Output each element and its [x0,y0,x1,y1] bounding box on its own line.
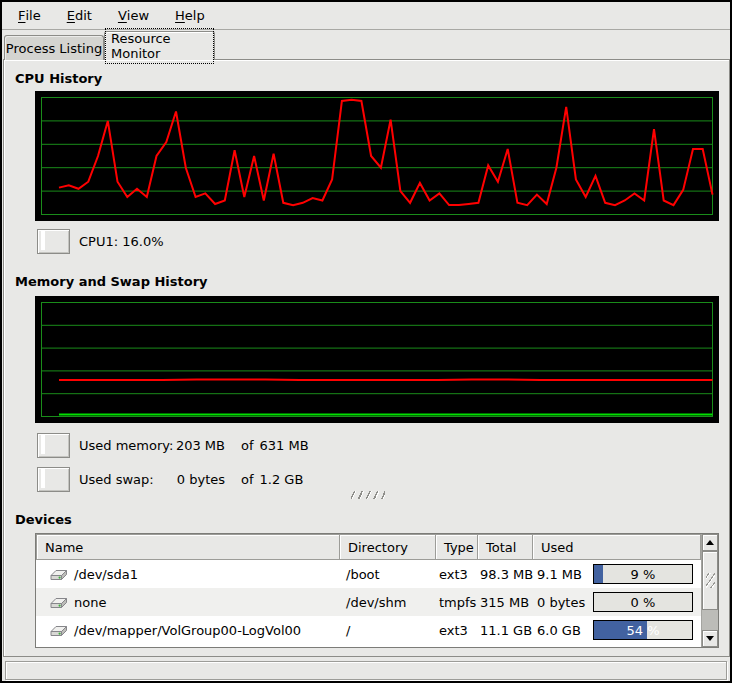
tab-process-listing[interactable]: Process Listing [4,35,104,60]
memory-of-text: of [241,438,254,453]
device-type: ext3 [436,567,478,582]
menu-item-view[interactable]: View [105,2,162,29]
usage-progress-bar: 54 % [593,620,693,640]
system-monitor-window: FileEditViewHelp Process Listing Resourc… [0,0,732,683]
usage-progress-bar: 0 % [593,592,693,612]
memory-color-swatch [41,435,45,454]
devices-title: Devices [15,512,72,527]
usage-progress-bar: 9 % [593,564,693,584]
column-header-directory[interactable]: Directory [340,534,436,560]
device-used: 6.0 GB [537,623,581,638]
memory-used-value: 203 MB [175,438,225,453]
tab-label: Process Listing [6,41,102,56]
arrow-up-icon [706,540,714,545]
devices-table-main: Name Directory Type Total Used /dev/sda1… [36,534,701,647]
device-directory: /boot [340,567,436,582]
scroll-up-button[interactable] [702,534,718,551]
device-type: tmpfs [436,595,478,610]
cpu-color-button[interactable] [37,229,70,254]
memory-history-graph [35,296,719,423]
device-used: 0 bytes [537,595,585,610]
device-type: ext3 [436,623,478,638]
device-total: 11.1 GB [478,623,533,638]
swap-legend-row: Used swap: 0 bytes of 1.2 GB [37,466,303,492]
pane-resize-grip[interactable] [351,491,385,499]
status-bar [5,661,727,680]
device-used: 9.1 MB [537,567,582,582]
memory-total-value: 631 MB [260,438,309,453]
device-name-cell: /dev/sda1 [36,567,340,582]
table-row[interactable]: /dev/mapper/VolGroup00-LogVol00/ext311.1… [36,616,701,644]
device-name-cell: none [36,595,340,610]
arrow-down-icon [706,636,714,641]
menu-item-edit[interactable]: Edit [54,2,105,29]
tab-resource-monitor[interactable]: Resource Monitor [104,31,215,60]
swap-total-value: 1.2 GB [260,472,304,487]
memory-graph [37,298,717,421]
harddisk-icon [50,595,68,609]
cpu-history-title: CPU History [15,71,102,86]
table-row[interactable]: none/dev/shmtmpfs315 MB0 bytes0 % [36,588,701,616]
cpu-graph [37,93,717,219]
cpu-history-graph [35,91,719,221]
column-header-name[interactable]: Name [36,534,340,560]
swap-of-text: of [241,472,254,487]
device-name: none [74,595,106,610]
menu-item-file[interactable]: File [5,2,54,29]
device-total: 315 MB [478,595,533,610]
vertical-scrollbar[interactable] [701,534,718,647]
harddisk-icon [50,623,68,637]
devices-table: Name Directory Type Total Used /dev/sda1… [35,533,719,648]
devices-rows: /dev/sda1/bootext398.3 MB9.1 MB9 %none/d… [36,560,701,644]
harddisk-icon [50,567,68,581]
usage-percent-label: 9 % [594,565,692,583]
cpu-legend: CPU1: 16.0% [37,228,164,254]
cpu-color-swatch [41,231,45,250]
device-used-cell: 6.0 GB54 % [533,620,701,640]
device-used-cell: 9.1 MB9 % [533,564,701,584]
memory-history-title: Memory and Swap History [15,274,208,289]
device-total: 98.3 MB [478,567,533,582]
menu-bar: FileEditViewHelp [2,2,730,30]
table-row[interactable]: /dev/sda1/bootext398.3 MB9.1 MB9 % [36,560,701,588]
device-name: /dev/sda1 [74,567,138,582]
column-header-type[interactable]: Type [436,534,478,560]
swap-legend-label: Used swap: [79,472,175,487]
usage-percent-label: 0 % [594,593,692,611]
menu-item-help[interactable]: Help [162,2,218,29]
memory-legend-label: Used memory: [79,438,175,453]
swap-color-button[interactable] [37,467,70,492]
devices-table-header: Name Directory Type Total Used [36,534,701,560]
device-name-cell: /dev/mapper/VolGroup00-LogVol00 [36,623,340,638]
column-header-used[interactable]: Used [533,534,701,560]
cpu-legend-label: CPU1: 16.0% [79,234,164,249]
usage-percent-label: 54 % [594,621,692,639]
device-directory: / [340,623,436,638]
device-used-cell: 0 bytes0 % [533,592,701,612]
device-name: /dev/mapper/VolGroup00-LogVol00 [74,623,301,638]
memory-legend-row: Used memory: 203 MB of 631 MB [37,432,309,458]
scroll-down-button[interactable] [702,630,718,647]
device-directory: /dev/shm [340,595,436,610]
swap-color-swatch [41,469,45,488]
memory-color-button[interactable] [37,433,70,458]
tab-label: Resource Monitor [105,28,214,64]
swap-used-value: 0 bytes [175,472,225,487]
column-header-total[interactable]: Total [478,534,533,560]
scrollbar-thumb[interactable] [702,551,718,610]
